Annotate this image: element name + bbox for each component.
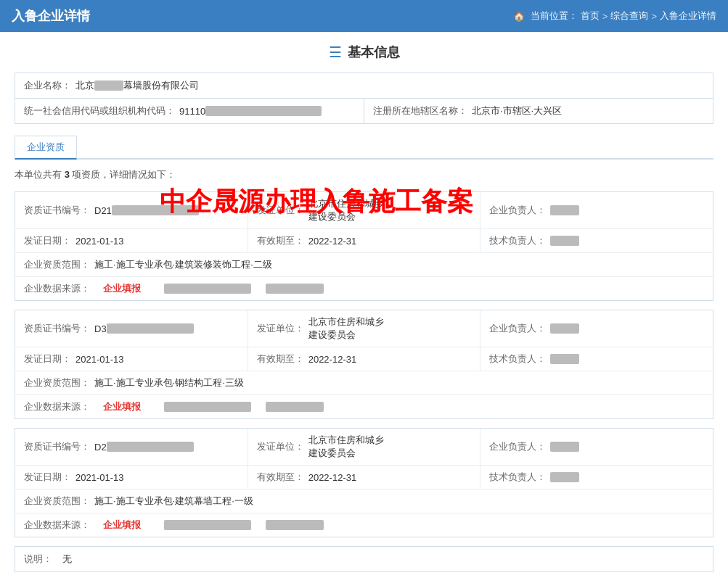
person-label-3: 企业负责人： xyxy=(489,440,546,453)
issue-date-label-3: 发证日期： xyxy=(24,471,71,484)
source-label-2: 企业数据来源： xyxy=(24,400,90,413)
qual-row-3-2: 发证日期： 2021-01-13 有效期至： 2022-12-31 技术负责人： xyxy=(15,466,713,490)
issuer-label-1: 发证单位： xyxy=(257,204,304,217)
breadcrumb-level1[interactable]: 综合查询 xyxy=(610,9,648,22)
validity-cell-2: 有效期至： 2022-12-31 xyxy=(248,347,481,371)
issue-date-cell-2: 发证日期： 2021-01-13 xyxy=(15,347,248,371)
scope-cell-3: 企业资质范围： 施工·施工专业承包·建筑幕墙工程·一级 xyxy=(15,490,713,513)
scope-label-2: 企业资质范围： xyxy=(24,376,90,389)
tech-person-label-1: 技术负责人： xyxy=(489,234,546,247)
cert-no-label-3: 资质证书编号： xyxy=(24,440,90,453)
qual-row-1-1: 资质证书编号： D21 发证单位： 北京市住房和城乡建设委员会 企业负责人： xyxy=(15,192,713,229)
page-title: 入鲁企业详情 xyxy=(12,7,90,25)
source-value-2[interactable]: 企业填报 xyxy=(103,400,141,413)
qualification-block-3: 资质证书编号： D2 发证单位： 北京市住房和城乡建设委员会 企业负责人： 发证… xyxy=(15,428,713,537)
validity-cell-3: 有效期至： 2022-12-31 xyxy=(248,466,481,489)
qual-row-3-1: 资质证书编号： D2 发证单位： 北京市住房和城乡建设委员会 企业负责人： xyxy=(15,429,713,466)
issue-date-value-3: 2021-01-13 xyxy=(75,472,124,483)
source-cell-3: 企业数据来源： 企业填报 xyxy=(15,513,713,537)
person-cell-2: 企业负责人： xyxy=(480,310,713,347)
issuer-cell-3: 发证单位： 北京市住房和城乡建设委员会 xyxy=(248,429,481,465)
person-label-2: 企业负责人： xyxy=(489,322,546,335)
person-blurred-2 xyxy=(550,323,579,334)
tech-person-cell-2: 技术负责人： xyxy=(480,347,713,371)
qualification-block-1: 资质证书编号： D21 发证单位： 北京市住房和城乡建设委员会 企业负责人： 发… xyxy=(15,191,713,301)
remark-row: 说明： 无 xyxy=(15,546,713,572)
home-icon: 🏠 xyxy=(513,11,525,22)
qual-row-3-3: 企业资质范围： 施工·施工专业承包·建筑幕墙工程·一级 xyxy=(15,490,713,513)
breadcrumb-sep1: > xyxy=(602,11,608,22)
remark-value: 无 xyxy=(62,553,72,566)
issue-date-value-2: 2021-01-13 xyxy=(75,354,124,365)
credit-code-value: 91110 xyxy=(179,106,205,117)
qual-row-3-4: 企业数据来源： 企业填报 xyxy=(15,513,713,537)
validity-value-1: 2022-12-31 xyxy=(308,236,357,247)
cert-no-blurred-2 xyxy=(107,323,194,334)
breadcrumb-level2: 入鲁企业详情 xyxy=(660,9,716,22)
basic-info-title-row: ☰ 基本信息 xyxy=(15,44,713,61)
person-cell-3: 企业负责人： xyxy=(480,429,713,465)
qual-row-2-2: 发证日期： 2021-01-13 有效期至： 2022-12-31 技术负责人： xyxy=(15,347,713,371)
tech-person-label-2: 技术负责人： xyxy=(489,352,546,366)
source-value-1[interactable]: 企业填报 xyxy=(103,282,141,295)
scope-label-1: 企业资质范围： xyxy=(24,258,90,271)
scope-cell-1: 企业资质范围： 施工·施工专业承包·建筑装修装饰工程·二级 xyxy=(15,253,713,276)
basic-info-grid: 企业名称： 北京 幕墙股份有限公司 统一社会信用代码或组织机构代码： 91110… xyxy=(15,73,713,124)
source-label-1: 企业数据来源： xyxy=(24,282,90,295)
cert-no-blurred-3 xyxy=(107,442,194,452)
source-value-3[interactable]: 企业填报 xyxy=(103,519,141,532)
qual-row-2-4: 企业数据来源： 企业填报 xyxy=(15,395,713,418)
scope-value-2: 施工·施工专业承包·钢结构工程·三级 xyxy=(94,376,244,389)
qualification-block-2: 资质证书编号： D3 发证单位： 北京市住房和城乡建设委员会 企业负责人： 发证… xyxy=(15,310,713,419)
reg-location-value: 北京市·市辖区·大兴区 xyxy=(472,104,562,117)
issuer-label-3: 发证单位： xyxy=(257,440,304,453)
validity-label-2: 有效期至： xyxy=(257,352,304,366)
tech-person-blurred-3 xyxy=(550,472,579,482)
cert-no-value-1: D21 xyxy=(94,205,112,216)
person-blurred-1 xyxy=(550,205,579,215)
credit-code-blurred xyxy=(205,106,322,116)
info-row-company: 企业名称： 北京 幕墙股份有限公司 xyxy=(15,73,713,99)
cert-no-blurred-1 xyxy=(112,205,199,215)
validity-cell-1: 有效期至： 2022-12-31 xyxy=(248,229,481,252)
source-cell-1: 企业数据来源： 企业填报 xyxy=(15,277,713,300)
remark-label: 说明： xyxy=(24,553,52,566)
tech-person-cell-3: 技术负责人： xyxy=(480,466,713,489)
cert-no-value-3: D2 xyxy=(94,442,107,453)
qual-count: 3 xyxy=(65,169,70,180)
breadcrumb: 🏠 当前位置： 首页 > 综合查询 > 入鲁企业详情 xyxy=(513,9,716,22)
cert-no-cell-3: 资质证书编号： D2 xyxy=(15,429,248,465)
qualification-summary: 本单位共有 3 项资质，详细情况如下： xyxy=(15,168,713,181)
qual-row-2-1: 资质证书编号： D3 发证单位： 北京市住房和城乡建设委员会 企业负责人： xyxy=(15,310,713,347)
issue-date-label-2: 发证日期： xyxy=(24,352,71,366)
tech-person-blurred-1 xyxy=(550,236,579,246)
person-blurred-3 xyxy=(550,442,579,452)
tech-person-cell-1: 技术负责人： xyxy=(480,229,713,252)
breadcrumb-home[interactable]: 首页 xyxy=(581,9,600,22)
cert-no-value-2: D3 xyxy=(94,323,107,334)
scope-label-3: 企业资质范围： xyxy=(24,495,90,508)
company-name-value: 北京 xyxy=(75,79,94,92)
issue-date-label-1: 发证日期： xyxy=(24,234,71,247)
issuer-value-2: 北京市住房和城乡建设委员会 xyxy=(308,315,384,342)
validity-label-3: 有效期至： xyxy=(257,471,304,484)
issue-date-value-1: 2021-01-13 xyxy=(75,236,124,247)
page-wrapper: 入鲁企业详情 🏠 当前位置： 首页 > 综合查询 > 入鲁企业详情 ☰ 基本信息… xyxy=(0,0,728,578)
credit-code-label: 统一社会信用代码或组织机构代码： xyxy=(24,104,175,117)
qual-row-2-3: 企业资质范围： 施工·施工专业承包·钢结构工程·三级 xyxy=(15,371,713,395)
tech-person-blurred-2 xyxy=(550,354,579,364)
reg-location-cell: 注册所在地辖区名称： 北京市·市辖区·大兴区 xyxy=(364,99,713,123)
cert-no-cell-1: 资质证书编号： D21 xyxy=(15,192,248,228)
qual-row-1-4: 企业数据来源： 企业填报 xyxy=(15,277,713,300)
cert-no-label-2: 资质证书编号： xyxy=(24,322,90,335)
tab-enterprise-qualification[interactable]: 企业资质 xyxy=(15,136,77,160)
issuer-cell-1: 发证单位： 北京市住房和城乡建设委员会 xyxy=(248,192,481,228)
issuer-label-2: 发证单位： xyxy=(257,322,304,335)
tech-person-label-3: 技术负责人： xyxy=(489,471,546,484)
source-blurred-1b xyxy=(266,284,324,294)
source-label-3: 企业数据来源： xyxy=(24,519,90,532)
basic-info-title: 基本信息 xyxy=(348,44,400,61)
issue-date-cell-1: 发证日期： 2021-01-13 xyxy=(15,229,248,252)
person-cell-1: 企业负责人： xyxy=(480,192,713,228)
validity-label-1: 有效期至： xyxy=(257,234,304,247)
